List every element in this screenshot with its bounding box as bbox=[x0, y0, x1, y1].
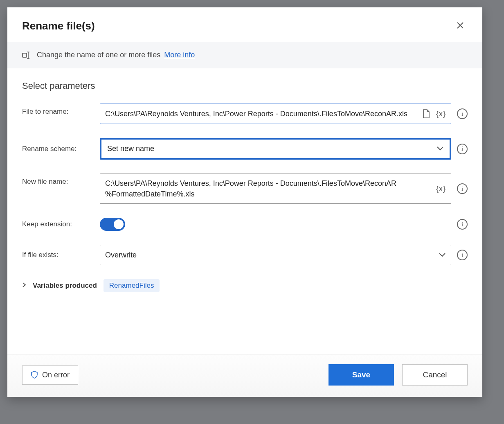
label-rename-scheme: Rename scheme: bbox=[22, 145, 100, 153]
svg-rect-0 bbox=[22, 53, 27, 57]
toggle-keep-extension[interactable] bbox=[100, 218, 125, 231]
input-file-to-rename-value: C:\Users\PA\Reynolds Ventures, Inc\Power… bbox=[105, 108, 422, 119]
variable-picker-icon[interactable]: {x} bbox=[436, 110, 446, 118]
rename-files-dialog: Rename file(s) Change the name of one or… bbox=[7, 7, 482, 397]
input-new-file-name-value: C:\Users\PA\Reynolds Ventures, Inc\Power… bbox=[105, 178, 436, 199]
row-rename-scheme: Rename scheme: Set new name i bbox=[22, 138, 468, 160]
on-error-button[interactable]: On error bbox=[22, 365, 78, 385]
select-if-file-exists[interactable]: Overwrite bbox=[100, 245, 451, 265]
label-file-to-rename: File to rename: bbox=[22, 104, 100, 116]
rename-action-icon bbox=[22, 52, 31, 59]
chevron-down-icon bbox=[436, 144, 444, 153]
footer-buttons: Save Cancel bbox=[328, 364, 468, 386]
label-keep-extension: Keep extension: bbox=[22, 220, 100, 228]
file-picker-icon[interactable] bbox=[422, 109, 430, 119]
label-if-file-exists: If file exists: bbox=[22, 251, 100, 259]
select-rename-scheme-value: Set new name bbox=[107, 144, 154, 153]
dialog-body: Select parameters File to rename: C:\Use… bbox=[7, 68, 482, 354]
variables-produced-label: Variables produced bbox=[33, 282, 97, 290]
toggle-knob bbox=[114, 219, 124, 229]
info-icon[interactable]: i bbox=[457, 250, 468, 260]
variable-picker-icon[interactable]: {x} bbox=[436, 185, 446, 193]
description-bar: Change the name of one or more files Mor… bbox=[7, 42, 482, 68]
info-icon[interactable]: i bbox=[457, 219, 468, 230]
row-new-file-name: New file name: C:\Users\PA\Reynolds Vent… bbox=[22, 174, 468, 204]
dialog-footer: On error Save Cancel bbox=[7, 354, 482, 397]
dialog-header: Rename file(s) bbox=[7, 7, 482, 42]
label-new-file-name: New file name: bbox=[22, 174, 100, 186]
variables-produced-row[interactable]: Variables produced RenamedFiles bbox=[22, 279, 468, 292]
info-icon[interactable]: i bbox=[457, 108, 468, 119]
row-keep-extension: Keep extension: i bbox=[22, 218, 468, 231]
row-if-file-exists: If file exists: Overwrite i bbox=[22, 245, 468, 265]
input-new-file-name[interactable]: C:\Users\PA\Reynolds Ventures, Inc\Power… bbox=[100, 174, 451, 204]
select-rename-scheme[interactable]: Set new name bbox=[100, 138, 451, 160]
chevron-right-icon bbox=[22, 282, 26, 289]
description-text: Change the name of one or more files Mor… bbox=[37, 51, 195, 59]
more-info-link[interactable]: More info bbox=[164, 51, 195, 59]
close-icon bbox=[456, 21, 464, 29]
on-error-label: On error bbox=[42, 371, 70, 379]
row-file-to-rename: File to rename: C:\Users\PA\Reynolds Ven… bbox=[22, 104, 468, 124]
close-button[interactable] bbox=[453, 19, 468, 33]
dialog-title: Rename file(s) bbox=[22, 20, 95, 32]
save-button[interactable]: Save bbox=[328, 364, 394, 386]
cancel-button[interactable]: Cancel bbox=[402, 364, 468, 386]
select-if-file-exists-value: Overwrite bbox=[105, 251, 137, 259]
shield-icon bbox=[31, 371, 38, 379]
variable-chip-renamed-files[interactable]: RenamedFiles bbox=[104, 279, 160, 292]
section-title: Select parameters bbox=[22, 81, 468, 91]
chevron-down-icon bbox=[439, 251, 446, 259]
info-icon[interactable]: i bbox=[457, 144, 468, 154]
info-icon[interactable]: i bbox=[457, 183, 468, 194]
input-file-to-rename[interactable]: C:\Users\PA\Reynolds Ventures, Inc\Power… bbox=[100, 104, 451, 124]
